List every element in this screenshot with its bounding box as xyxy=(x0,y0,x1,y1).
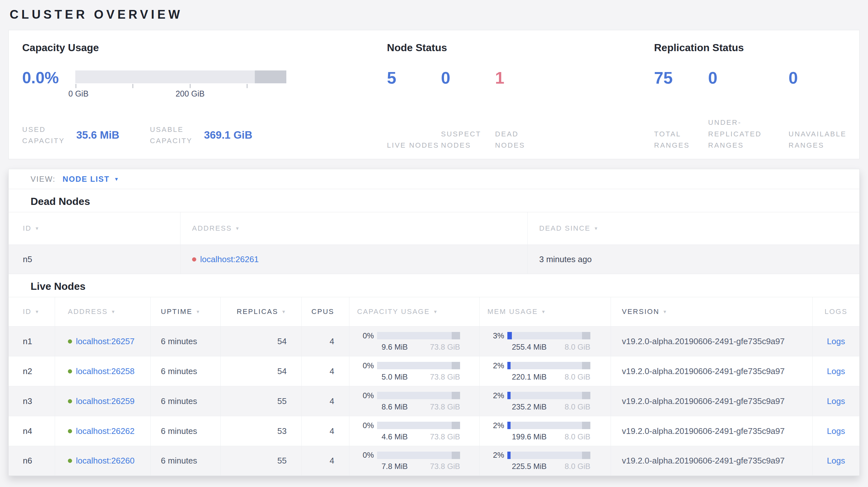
node-address-cell: localhost:26259 xyxy=(55,386,151,416)
live-nodes-table: ID ▼ ADDRESS ▼ UPTIME ▼ REPLICAS ▼ CPUS … xyxy=(9,297,859,476)
live-status-dot-icon xyxy=(68,429,72,433)
column-header-id[interactable]: ID ▼ xyxy=(9,212,181,245)
usable-capacity-value: 369.1 GiB xyxy=(204,129,252,141)
mem-used-value: 225.5 MiB xyxy=(512,462,547,471)
column-header-address[interactable]: ADDRESS ▼ xyxy=(55,297,151,326)
node-address-link[interactable]: localhost:26257 xyxy=(76,336,134,347)
node-address-link[interactable]: localhost:26262 xyxy=(76,426,134,436)
column-header-capacity-usage[interactable]: CAPACITY USAGE ▼ xyxy=(349,297,480,326)
uptime-cell: 6 minutes xyxy=(151,446,221,476)
capacity-bar-end-segment xyxy=(452,362,460,369)
capacity-bar-chart: 0 GiB 200 GiB xyxy=(75,70,286,100)
used-capacity-metric: USED CAPACITY 35.6 MiB xyxy=(22,124,119,147)
capacity-percent: 0% xyxy=(357,361,374,370)
node-address-link[interactable]: localhost:26258 xyxy=(76,366,134,376)
node-status-title: Node Status xyxy=(387,42,654,54)
node-address-link[interactable]: localhost:26259 xyxy=(76,396,134,406)
under-replicated-label: UNDER-REPLICATED RANGES xyxy=(708,117,788,151)
unavailable-ranges-count: 0 xyxy=(788,70,859,86)
mem-bar-fill xyxy=(507,362,510,369)
chevron-down-icon[interactable]: ▼ xyxy=(114,176,119,182)
mem-bar-end-segment xyxy=(582,452,590,459)
dead-nodes-stat: 1 DEAD NODES xyxy=(495,70,549,151)
column-header-id[interactable]: ID ▼ xyxy=(9,297,55,326)
capacity-bar xyxy=(377,392,460,399)
logs-link[interactable]: Logs xyxy=(827,456,845,466)
mem-usage-cell: 2% 225.5 MiB 8.0 GiB xyxy=(480,446,611,476)
capacity-bar xyxy=(377,362,460,369)
sort-arrow-icon: ▼ xyxy=(111,309,116,314)
logs-cell: Logs xyxy=(813,356,859,386)
column-header-logs: LOGS xyxy=(813,297,859,326)
dead-since-cell: 3 minutes ago xyxy=(528,245,859,274)
capacity-bar xyxy=(377,422,460,429)
mem-bar xyxy=(507,392,590,399)
node-address-link[interactable]: localhost:26261 xyxy=(200,254,259,264)
column-header-label: CPUS xyxy=(311,307,334,316)
node-address-cell: localhost:26258 xyxy=(55,356,151,386)
node-list-card: VIEW: NODE LIST ▼ Dead Nodes ID ▼ ADDRES… xyxy=(8,169,860,476)
mem-bar-fill xyxy=(507,452,510,459)
node-address-cell: localhost:26257 xyxy=(55,326,151,356)
capacity-usage-section: Capacity Usage 0.0% 0 GiB 200 GiB xyxy=(22,42,387,159)
capacity-percent: 0% xyxy=(357,331,374,340)
node-id-cell: n2 xyxy=(9,356,55,386)
logs-cell: Logs xyxy=(813,446,859,476)
capacity-used-percent: 0.0% xyxy=(22,70,75,85)
capacity-usage-cell: 0% 9.6 MiB 73.8 GiB xyxy=(349,326,480,356)
column-header-label: REPLICAS xyxy=(237,307,278,316)
mem-bar-end-segment xyxy=(582,362,590,369)
mem-bar-fill xyxy=(507,392,510,399)
view-selector-bar: VIEW: NODE LIST ▼ xyxy=(9,169,859,189)
capacity-bar-end-segment xyxy=(255,70,286,83)
mem-bar xyxy=(507,332,590,339)
mem-bar xyxy=(507,452,590,459)
capacity-usage-cell: 0% 8.6 MiB 73.8 GiB xyxy=(349,386,480,416)
node-id-cell: n1 xyxy=(9,326,55,356)
mem-bar-fill xyxy=(507,332,512,339)
usable-capacity-label: USABLE CAPACITY xyxy=(150,124,199,147)
version-cell: v19.2.0-alpha.20190606-2491-gfe735c9a97 xyxy=(611,416,813,446)
capacity-total-value: 73.8 GiB xyxy=(430,402,460,412)
logs-link[interactable]: Logs xyxy=(827,336,845,347)
capacity-usage-cell: 0% 5.0 MiB 73.8 GiB xyxy=(349,356,480,386)
used-capacity-label: USED CAPACITY xyxy=(22,124,71,147)
logs-link[interactable]: Logs xyxy=(827,426,845,436)
replicas-cell: 55 xyxy=(221,386,302,416)
column-header-version[interactable]: VERSION ▼ xyxy=(611,297,813,326)
replicas-cell: 53 xyxy=(221,416,302,446)
axis-tick xyxy=(247,84,247,88)
dead-nodes-table: ID ▼ ADDRESS ▼ DEAD SINCE ▼ n5 localhost… xyxy=(9,212,859,274)
cpus-cell: 4 xyxy=(302,446,349,476)
sort-arrow-icon: ▼ xyxy=(281,309,287,314)
column-header-replicas[interactable]: REPLICAS ▼ xyxy=(221,297,302,326)
mem-total-value: 8.0 GiB xyxy=(565,372,590,382)
uptime-cell: 6 minutes xyxy=(151,416,221,446)
column-header-address[interactable]: ADDRESS ▼ xyxy=(181,212,528,245)
sort-arrow-icon: ▼ xyxy=(35,226,40,231)
column-header-uptime[interactable]: UPTIME ▼ xyxy=(151,297,221,326)
view-dropdown[interactable]: NODE LIST xyxy=(63,175,110,184)
live-status-dot-icon xyxy=(68,399,72,403)
sort-arrow-icon: ▼ xyxy=(196,309,201,314)
column-header-mem-usage[interactable]: MEM USAGE ▼ xyxy=(480,297,611,326)
logs-link[interactable]: Logs xyxy=(827,396,845,406)
node-address-link[interactable]: localhost:26260 xyxy=(76,456,134,466)
version-cell: v19.2.0-alpha.20190606-2491-gfe735c9a97 xyxy=(611,386,813,416)
node-status-section: Node Status 5 LIVE NODES 0 SUSPECT NODES… xyxy=(387,42,654,159)
mem-bar xyxy=(507,362,590,369)
suspect-nodes-label: SUSPECT NODES xyxy=(441,128,494,151)
column-header-dead-since[interactable]: DEAD SINCE ▼ xyxy=(528,212,859,245)
replication-status-title: Replication Status xyxy=(654,42,859,54)
capacity-bar xyxy=(377,452,460,459)
node-id-cell: n3 xyxy=(9,386,55,416)
column-header-label: CAPACITY USAGE xyxy=(357,307,430,316)
uptime-cell: 6 minutes xyxy=(151,326,221,356)
sort-arrow-icon: ▼ xyxy=(433,309,438,314)
column-header-label: ADDRESS xyxy=(68,307,108,316)
capacity-usage-title: Capacity Usage xyxy=(22,42,387,54)
node-address-cell: localhost:26262 xyxy=(55,416,151,446)
logs-link[interactable]: Logs xyxy=(827,366,845,376)
cpus-cell: 4 xyxy=(302,356,349,386)
table-row: n1 localhost:26257 6 minutes 54 4 0% 9.6… xyxy=(9,326,859,356)
